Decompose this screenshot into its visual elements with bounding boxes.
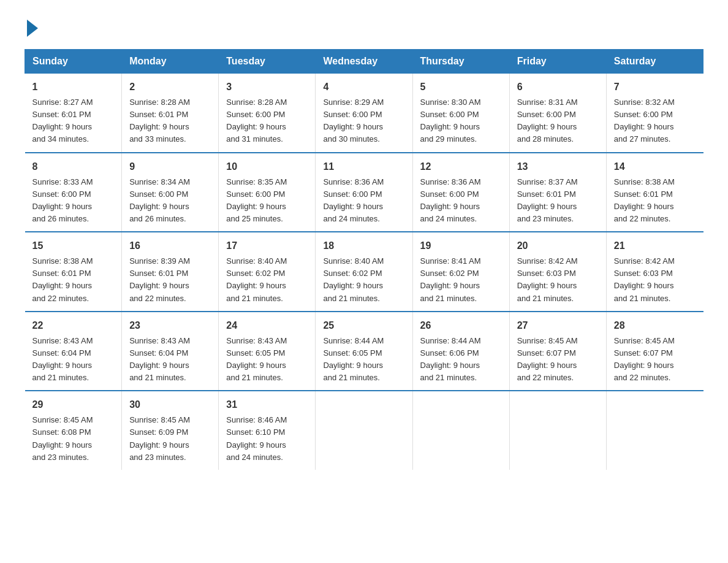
week-row-5: 29 Sunrise: 8:45 AM Sunset: 6:08 PM Dayl… bbox=[25, 391, 703, 470]
calendar-cell: 6 Sunrise: 8:31 AM Sunset: 6:00 PM Dayli… bbox=[509, 74, 606, 153]
calendar-cell: 27 Sunrise: 8:45 AM Sunset: 6:07 PM Dayl… bbox=[509, 312, 606, 391]
day-number: 23 bbox=[129, 318, 211, 333]
day-number: 12 bbox=[420, 159, 502, 174]
week-row-4: 22 Sunrise: 8:43 AM Sunset: 6:04 PM Dayl… bbox=[25, 312, 703, 391]
calendar-cell: 15 Sunrise: 8:38 AM Sunset: 6:01 PM Dayl… bbox=[25, 232, 122, 312]
calendar-cell: 14 Sunrise: 8:38 AM Sunset: 6:01 PM Dayl… bbox=[606, 153, 703, 232]
day-number: 25 bbox=[323, 318, 404, 333]
day-number: 18 bbox=[323, 239, 404, 253]
header-day-friday: Friday bbox=[509, 50, 606, 74]
calendar-cell: 12 Sunrise: 8:36 AM Sunset: 6:00 PM Dayl… bbox=[412, 153, 509, 232]
day-number: 3 bbox=[226, 80, 308, 94]
day-number: 5 bbox=[420, 80, 502, 94]
day-info: Sunrise: 8:38 AM Sunset: 6:01 PM Dayligh… bbox=[32, 255, 115, 305]
day-info: Sunrise: 8:44 AM Sunset: 6:05 PM Dayligh… bbox=[323, 335, 404, 385]
calendar-cell: 21 Sunrise: 8:42 AM Sunset: 6:03 PM Dayl… bbox=[606, 232, 703, 312]
day-number: 26 bbox=[420, 318, 502, 333]
day-info: Sunrise: 8:34 AM Sunset: 6:00 PM Dayligh… bbox=[129, 176, 211, 226]
calendar-cell: 23 Sunrise: 8:43 AM Sunset: 6:04 PM Dayl… bbox=[122, 312, 219, 391]
day-info: Sunrise: 8:38 AM Sunset: 6:01 PM Dayligh… bbox=[614, 176, 696, 226]
day-info: Sunrise: 8:31 AM Sunset: 6:00 PM Dayligh… bbox=[517, 96, 599, 146]
calendar-cell: 26 Sunrise: 8:44 AM Sunset: 6:06 PM Dayl… bbox=[412, 312, 509, 391]
header-day-sunday: Sunday bbox=[25, 50, 122, 74]
day-info: Sunrise: 8:40 AM Sunset: 6:02 PM Dayligh… bbox=[226, 255, 308, 305]
logo bbox=[25, 18, 38, 37]
day-number: 7 bbox=[614, 80, 696, 94]
calendar-cell: 7 Sunrise: 8:32 AM Sunset: 6:00 PM Dayli… bbox=[606, 74, 703, 153]
calendar-cell bbox=[412, 391, 509, 470]
calendar-cell: 5 Sunrise: 8:30 AM Sunset: 6:00 PM Dayli… bbox=[412, 74, 509, 153]
calendar-cell: 30 Sunrise: 8:45 AM Sunset: 6:09 PM Dayl… bbox=[122, 391, 219, 470]
calendar-cell: 28 Sunrise: 8:45 AM Sunset: 6:07 PM Dayl… bbox=[606, 312, 703, 391]
day-info: Sunrise: 8:43 AM Sunset: 6:04 PM Dayligh… bbox=[129, 335, 211, 385]
calendar-header: SundayMondayTuesdayWednesdayThursdayFrid… bbox=[25, 50, 703, 74]
calendar-cell: 19 Sunrise: 8:41 AM Sunset: 6:02 PM Dayl… bbox=[412, 232, 509, 312]
day-info: Sunrise: 8:41 AM Sunset: 6:02 PM Dayligh… bbox=[420, 255, 502, 305]
day-number: 4 bbox=[323, 80, 404, 94]
calendar-cell: 16 Sunrise: 8:39 AM Sunset: 6:01 PM Dayl… bbox=[122, 232, 219, 312]
day-number: 9 bbox=[129, 159, 211, 174]
week-row-3: 15 Sunrise: 8:38 AM Sunset: 6:01 PM Dayl… bbox=[25, 232, 703, 312]
day-number: 27 bbox=[517, 318, 599, 333]
calendar-cell: 24 Sunrise: 8:43 AM Sunset: 6:05 PM Dayl… bbox=[219, 312, 316, 391]
day-number: 8 bbox=[32, 159, 115, 174]
calendar-cell: 3 Sunrise: 8:28 AM Sunset: 6:00 PM Dayli… bbox=[219, 74, 316, 153]
header-row: SundayMondayTuesdayWednesdayThursdayFrid… bbox=[25, 50, 703, 74]
day-info: Sunrise: 8:39 AM Sunset: 6:01 PM Dayligh… bbox=[129, 255, 211, 305]
day-number: 6 bbox=[517, 80, 599, 94]
day-info: Sunrise: 8:42 AM Sunset: 6:03 PM Dayligh… bbox=[517, 255, 599, 305]
calendar-body: 1 Sunrise: 8:27 AM Sunset: 6:01 PM Dayli… bbox=[25, 74, 703, 470]
calendar-cell: 20 Sunrise: 8:42 AM Sunset: 6:03 PM Dayl… bbox=[509, 232, 606, 312]
day-number: 13 bbox=[517, 159, 599, 174]
calendar-cell bbox=[606, 391, 703, 470]
calendar-cell: 11 Sunrise: 8:36 AM Sunset: 6:00 PM Dayl… bbox=[316, 153, 412, 232]
calendar-table: SundayMondayTuesdayWednesdayThursdayFrid… bbox=[25, 49, 703, 470]
day-info: Sunrise: 8:33 AM Sunset: 6:00 PM Dayligh… bbox=[32, 176, 115, 226]
day-number: 20 bbox=[517, 239, 599, 253]
day-number: 24 bbox=[226, 318, 308, 333]
calendar-cell bbox=[509, 391, 606, 470]
header-day-tuesday: Tuesday bbox=[219, 50, 316, 74]
day-info: Sunrise: 8:32 AM Sunset: 6:00 PM Dayligh… bbox=[614, 96, 696, 146]
calendar-cell: 25 Sunrise: 8:44 AM Sunset: 6:05 PM Dayl… bbox=[316, 312, 412, 391]
day-number: 11 bbox=[323, 159, 404, 174]
calendar-cell: 10 Sunrise: 8:35 AM Sunset: 6:00 PM Dayl… bbox=[219, 153, 316, 232]
day-number: 1 bbox=[32, 80, 115, 94]
calendar-cell bbox=[316, 391, 412, 470]
calendar-cell: 22 Sunrise: 8:43 AM Sunset: 6:04 PM Dayl… bbox=[25, 312, 122, 391]
header-day-saturday: Saturday bbox=[606, 50, 703, 74]
day-number: 14 bbox=[614, 159, 696, 174]
day-info: Sunrise: 8:46 AM Sunset: 6:10 PM Dayligh… bbox=[226, 414, 308, 464]
day-info: Sunrise: 8:45 AM Sunset: 6:09 PM Dayligh… bbox=[129, 414, 211, 464]
day-info: Sunrise: 8:45 AM Sunset: 6:07 PM Dayligh… bbox=[614, 335, 696, 385]
day-number: 31 bbox=[226, 397, 308, 412]
day-info: Sunrise: 8:44 AM Sunset: 6:06 PM Dayligh… bbox=[420, 335, 502, 385]
day-number: 15 bbox=[32, 239, 115, 253]
calendar-cell: 9 Sunrise: 8:34 AM Sunset: 6:00 PM Dayli… bbox=[122, 153, 219, 232]
day-number: 10 bbox=[226, 159, 308, 174]
calendar-cell: 29 Sunrise: 8:45 AM Sunset: 6:08 PM Dayl… bbox=[25, 391, 122, 470]
week-row-1: 1 Sunrise: 8:27 AM Sunset: 6:01 PM Dayli… bbox=[25, 74, 703, 153]
day-number: 2 bbox=[129, 80, 211, 94]
day-number: 19 bbox=[420, 239, 502, 253]
logo-arrow-icon bbox=[27, 20, 38, 37]
header bbox=[25, 18, 703, 37]
header-day-thursday: Thursday bbox=[412, 50, 509, 74]
day-number: 22 bbox=[32, 318, 115, 333]
day-info: Sunrise: 8:36 AM Sunset: 6:00 PM Dayligh… bbox=[323, 176, 404, 226]
header-day-monday: Monday bbox=[122, 50, 219, 74]
day-info: Sunrise: 8:35 AM Sunset: 6:00 PM Dayligh… bbox=[226, 176, 308, 226]
day-number: 30 bbox=[129, 397, 211, 412]
day-info: Sunrise: 8:42 AM Sunset: 6:03 PM Dayligh… bbox=[614, 255, 696, 305]
day-info: Sunrise: 8:37 AM Sunset: 6:01 PM Dayligh… bbox=[517, 176, 599, 226]
day-number: 29 bbox=[32, 397, 115, 412]
day-info: Sunrise: 8:28 AM Sunset: 6:00 PM Dayligh… bbox=[226, 96, 308, 146]
day-number: 28 bbox=[614, 318, 696, 333]
day-info: Sunrise: 8:45 AM Sunset: 6:08 PM Dayligh… bbox=[32, 414, 115, 464]
day-info: Sunrise: 8:30 AM Sunset: 6:00 PM Dayligh… bbox=[420, 96, 502, 146]
day-info: Sunrise: 8:28 AM Sunset: 6:01 PM Dayligh… bbox=[129, 96, 211, 146]
calendar-cell: 13 Sunrise: 8:37 AM Sunset: 6:01 PM Dayl… bbox=[509, 153, 606, 232]
day-info: Sunrise: 8:27 AM Sunset: 6:01 PM Dayligh… bbox=[32, 96, 115, 146]
day-info: Sunrise: 8:29 AM Sunset: 6:00 PM Dayligh… bbox=[323, 96, 404, 146]
calendar-cell: 18 Sunrise: 8:40 AM Sunset: 6:02 PM Dayl… bbox=[316, 232, 412, 312]
